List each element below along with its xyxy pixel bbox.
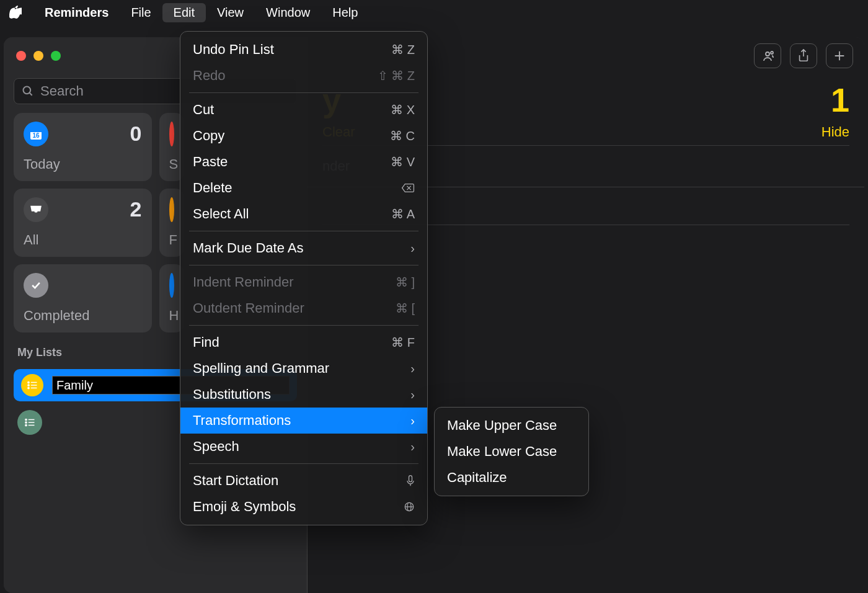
menu-undo-label: Undo Pin List xyxy=(193,42,274,58)
globe-icon xyxy=(404,501,415,512)
svg-point-13 xyxy=(25,422,27,423)
menu-speech-label: Speech xyxy=(193,439,239,455)
edit-menu-dropdown: Undo Pin List ⌘ Z Redo ⇧ ⌘ Z Cut ⌘ X Cop… xyxy=(180,31,428,525)
smart-all[interactable]: 2 All xyxy=(14,189,152,257)
menu-redo-label: Redo xyxy=(193,68,226,84)
calendar-today-icon: 16 xyxy=(24,122,48,146)
backspace-icon xyxy=(401,183,415,193)
menubar: Reminders File Edit View Window Help xyxy=(0,0,868,25)
menu-select-all-shortcut: ⌘ A xyxy=(391,207,415,221)
menu-copy-label: Copy xyxy=(193,128,224,144)
menu-indent-label: Indent Reminder xyxy=(193,274,294,290)
menu-separator xyxy=(189,325,418,326)
menu-speech[interactable]: Speech › xyxy=(180,434,427,460)
smart-all-count: 2 xyxy=(130,197,142,221)
smart-high-label: H xyxy=(169,308,174,324)
menubar-window[interactable]: Window xyxy=(255,3,321,22)
menu-find-shortcut: ⌘ F xyxy=(391,335,415,350)
svg-text:16: 16 xyxy=(32,132,40,139)
list-count: 1 xyxy=(831,81,849,119)
menu-outdent[interactable]: Outdent Reminder ⌘ [ xyxy=(180,295,427,321)
chevron-right-icon: › xyxy=(410,414,415,428)
svg-point-5 xyxy=(28,381,29,383)
menu-select-all-label: Select All xyxy=(193,206,249,222)
fullscreen-window-button[interactable] xyxy=(51,51,61,61)
menu-outdent-shortcut: ⌘ [ xyxy=(396,301,415,316)
menu-indent-shortcut: ⌘ ] xyxy=(396,275,415,290)
menu-mark-due-date[interactable]: Mark Due Date As › xyxy=(180,235,427,261)
menu-cut-shortcut: ⌘ X xyxy=(391,102,415,117)
smart-scheduled-label: S xyxy=(169,156,174,172)
menu-undo[interactable]: Undo Pin List ⌘ Z xyxy=(180,37,427,63)
smart-today-label: Today xyxy=(24,156,142,172)
smart-all-label: All xyxy=(24,232,142,248)
hide-completed-button[interactable]: Hide xyxy=(822,124,849,140)
svg-line-1 xyxy=(30,93,32,96)
svg-rect-23 xyxy=(409,476,412,482)
microphone-icon xyxy=(406,475,415,487)
menu-transformations[interactable]: Transformations › xyxy=(180,408,427,434)
smart-today-count: 0 xyxy=(130,122,142,146)
menu-paste-label: Paste xyxy=(193,154,228,170)
svg-point-17 xyxy=(766,52,769,56)
svg-point-0 xyxy=(24,87,31,94)
smart-completed[interactable]: Completed xyxy=(14,264,152,332)
menu-cut[interactable]: Cut ⌘ X xyxy=(180,97,427,123)
menubar-help[interactable]: Help xyxy=(321,3,369,22)
submenu-upper-case[interactable]: Make Upper Case xyxy=(435,412,588,439)
menu-copy[interactable]: Copy ⌘ C xyxy=(180,123,427,149)
menubar-app-name[interactable]: Reminders xyxy=(33,3,120,22)
menu-indent[interactable]: Indent Reminder ⌘ ] xyxy=(180,269,427,295)
menu-spelling-label: Spelling and Grammar xyxy=(193,360,329,377)
menu-emoji-label: Emoji & Symbols xyxy=(193,499,296,515)
smart-today[interactable]: 16 0 Today xyxy=(14,113,152,181)
menu-separator xyxy=(189,463,418,464)
smart-flagged-label: F xyxy=(169,232,174,248)
menu-delete-label: Delete xyxy=(193,180,232,196)
list-icon xyxy=(169,273,174,298)
submenu-lower-case[interactable]: Make Lower Case xyxy=(435,439,588,465)
chevron-right-icon: › xyxy=(410,440,415,454)
apple-logo-icon[interactable] xyxy=(9,6,22,19)
svg-point-11 xyxy=(25,419,27,420)
menu-paste[interactable]: Paste ⌘ V xyxy=(180,149,427,175)
menu-transformations-label: Transformations xyxy=(193,412,291,429)
share-button[interactable] xyxy=(790,43,817,68)
svg-point-18 xyxy=(771,51,773,54)
menu-copy-shortcut: ⌘ C xyxy=(390,128,415,143)
smart-completed-label: Completed xyxy=(24,308,142,324)
add-reminder-button[interactable] xyxy=(826,43,853,68)
calendar-icon xyxy=(169,122,174,146)
reminders-window: Search 16 0 Today S xyxy=(4,37,864,593)
menu-redo[interactable]: Redo ⇧ ⌘ Z xyxy=(180,63,427,89)
menu-dictation[interactable]: Start Dictation xyxy=(180,468,427,494)
menubar-file[interactable]: File xyxy=(120,3,162,22)
flag-icon xyxy=(169,197,174,222)
menu-separator xyxy=(189,231,418,231)
svg-point-9 xyxy=(28,387,29,388)
menu-undo-shortcut: ⌘ Z xyxy=(391,42,415,57)
close-window-button[interactable] xyxy=(16,51,26,61)
checkmark-icon xyxy=(24,273,48,298)
menu-delete[interactable]: Delete xyxy=(180,175,427,201)
menu-find[interactable]: Find ⌘ F xyxy=(180,329,427,355)
chevron-right-icon: › xyxy=(410,388,415,402)
submenu-capitalize[interactable]: Capitalize xyxy=(435,465,588,491)
search-icon xyxy=(22,85,34,97)
menu-substitutions[interactable]: Substitutions › xyxy=(180,381,427,408)
menubar-view[interactable]: View xyxy=(206,3,255,22)
menu-paste-shortcut: ⌘ V xyxy=(391,154,415,169)
add-list-button[interactable] xyxy=(17,410,42,435)
menu-cut-label: Cut xyxy=(193,102,214,118)
menu-emoji[interactable]: Emoji & Symbols xyxy=(180,494,427,520)
menu-spelling[interactable]: Spelling and Grammar › xyxy=(180,355,427,381)
collaborate-button[interactable] xyxy=(754,43,781,68)
chevron-right-icon: › xyxy=(410,241,415,256)
menu-substitutions-label: Substitutions xyxy=(193,386,271,403)
minimize-window-button[interactable] xyxy=(33,51,43,61)
menu-redo-shortcut: ⇧ ⌘ Z xyxy=(378,68,415,83)
search-placeholder: Search xyxy=(40,83,84,99)
svg-point-7 xyxy=(28,385,29,386)
menu-select-all[interactable]: Select All ⌘ A xyxy=(180,201,427,227)
menubar-edit[interactable]: Edit xyxy=(162,3,206,22)
